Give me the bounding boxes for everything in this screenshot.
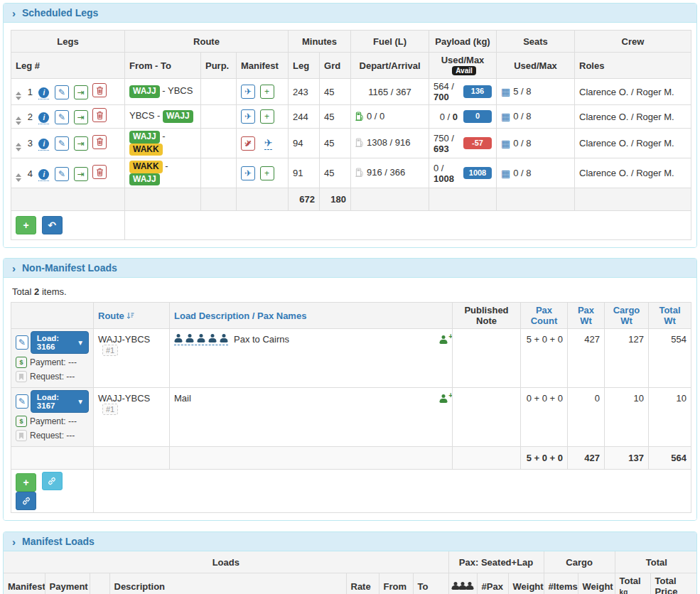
leg-number: 2	[28, 112, 33, 122]
insert-leg-button[interactable]: ⇥	[74, 136, 88, 151]
link-icon	[21, 496, 31, 506]
total-items-line: Total 2 items.	[12, 286, 689, 297]
delete-leg-button[interactable]	[92, 108, 107, 122]
panel-title: Manifest Loads	[22, 536, 95, 547]
insert-leg-button[interactable]: ⇥	[74, 110, 88, 124]
fuel-pump-icon	[355, 168, 364, 179]
add-manifest-button[interactable]: +	[260, 166, 274, 180]
slash-separator: /	[449, 133, 454, 144]
fuel-depart-arrival: 0 / 0	[367, 111, 384, 122]
col-header-pax-count[interactable]: Pax Count	[521, 303, 568, 329]
scheduled-legs-header[interactable]: › Scheduled Legs	[4, 4, 696, 23]
undo-button[interactable]: ↶	[42, 216, 63, 234]
col-header-pax-icons	[448, 573, 477, 594]
total-grd-minutes: 180	[330, 194, 346, 205]
airport-badge: WAJJ	[129, 131, 160, 144]
edit-leg-button[interactable]: ✎	[55, 167, 69, 181]
load-route: WAJJ-YBCS	[98, 393, 150, 404]
manifest-plane-link[interactable]: ✈	[264, 137, 273, 150]
link-load-button-dark[interactable]	[16, 492, 36, 510]
slash-separator: /	[445, 112, 453, 122]
col-header-load-description[interactable]: Load Description / Pax Names	[170, 303, 453, 329]
leg-info-icon[interactable]: i	[38, 138, 49, 151]
manifest-loads-panel: › Manifest Loads Loads Pax: Seated+Lap C…	[3, 531, 697, 594]
total-leg-minutes: 672	[299, 194, 315, 205]
col-header-cargo-wt[interactable]: Cargo Wt	[605, 303, 649, 329]
edit-load-button[interactable]: ✎	[16, 335, 28, 350]
grd-minutes: 45	[320, 158, 351, 188]
add-pax-icon[interactable]: +	[439, 335, 448, 346]
col-header-edit	[90, 573, 109, 594]
airport-badge: WAKK	[129, 161, 163, 173]
non-manifest-loads-header[interactable]: › Non-Manifest Loads	[4, 259, 696, 278]
delete-leg-button[interactable]	[92, 165, 107, 179]
load-dropdown-button[interactable]: Load: 3167▾	[31, 390, 89, 413]
airport-badge: WAJJ	[163, 110, 193, 123]
manifest-plane-button[interactable]: ✈	[241, 85, 255, 99]
route-separator: -	[163, 161, 168, 171]
total-wt-value: 554	[649, 329, 691, 388]
leg-minutes: 94	[289, 129, 320, 158]
col-header-total-price: Total Price	[650, 573, 697, 594]
add-load-button[interactable]: +	[16, 473, 36, 492]
purpose-cell	[201, 158, 237, 188]
leg-info-icon[interactable]: i	[38, 168, 49, 181]
reorder-handle[interactable]	[16, 92, 21, 100]
avail-weight-badge: 1008	[463, 167, 492, 179]
edit-leg-button[interactable]: ✎	[55, 110, 69, 124]
load-dropdown-button[interactable]: Load: 3166▾	[31, 331, 89, 354]
legs-totals-row: 672 180	[11, 188, 691, 211]
leg-info-icon[interactable]: i	[38, 112, 49, 124]
add-manifest-button[interactable]: +	[260, 109, 274, 124]
pax-count-value: 5 + 0 + 0	[521, 329, 568, 388]
request-label: Request: ---	[30, 431, 75, 441]
add-manifest-button[interactable]: +	[260, 85, 274, 99]
col-header-total-wt[interactable]: Total Wt	[649, 303, 691, 329]
purpose-cell	[201, 79, 237, 105]
insert-leg-button[interactable]: ⇥	[74, 167, 88, 181]
col-header-payload-used-max: Used/Max	[441, 55, 485, 65]
total-items-count: 2	[34, 286, 39, 297]
pax-icons-link[interactable]	[174, 334, 228, 345]
add-leg-button[interactable]: +	[16, 216, 36, 234]
add-pax-icon[interactable]: +	[439, 394, 448, 405]
seat-map-icon[interactable]: ▦	[501, 86, 510, 97]
col-header-roles: Roles	[575, 53, 691, 79]
delete-leg-button[interactable]	[92, 135, 107, 149]
fuel-pump-icon	[355, 112, 364, 123]
edit-leg-button[interactable]: ✎	[55, 85, 69, 99]
panel-title: Non-Manifest Loads	[22, 262, 117, 274]
request-icon	[16, 430, 27, 441]
leg-info-icon[interactable]: i	[38, 87, 49, 99]
seat-map-icon[interactable]: ▦	[501, 168, 510, 179]
reorder-handle[interactable]	[16, 117, 21, 125]
chevron-right-icon: ›	[12, 8, 16, 18]
edit-load-button[interactable]: ✎	[16, 394, 28, 409]
group-header-seats: Seats	[497, 31, 575, 53]
col-header-route-sort[interactable]: Route	[94, 303, 170, 329]
seats-used-max: 0 / 8	[513, 168, 531, 178]
manifest-plane-button[interactable]: ✈	[241, 166, 255, 180]
reorder-handle[interactable]	[16, 173, 21, 182]
insert-leg-button[interactable]: ⇥	[74, 85, 88, 99]
seat-map-icon[interactable]: ▦	[501, 138, 510, 149]
payload-max: 700	[434, 92, 449, 102]
reorder-handle[interactable]	[16, 143, 21, 151]
delete-leg-button[interactable]	[92, 83, 107, 97]
payment-icon: $	[16, 416, 27, 427]
col-header-seats-used-max: Used/Max	[497, 53, 575, 79]
col-header-rate: Rate	[346, 573, 379, 594]
avail-weight-badge: 0	[463, 110, 492, 122]
manifest-loads-header[interactable]: › Manifest Loads	[4, 532, 696, 551]
no-manifest-icon[interactable]: ✈	[241, 136, 255, 151]
airport-code: YBCS	[168, 85, 193, 96]
col-header-pax-wt[interactable]: Pax Wt	[568, 303, 605, 329]
avail-weight-badge: 136	[463, 85, 492, 97]
manifest-plane-button[interactable]: ✈	[241, 109, 255, 124]
purpose-cell	[201, 129, 237, 158]
non-manifest-loads-panel: › Non-Manifest Loads Total 2 items. Rout…	[3, 258, 697, 521]
edit-leg-button[interactable]: ✎	[55, 136, 69, 151]
link-load-button-light[interactable]	[42, 472, 63, 490]
avail-weight-badge: -57	[463, 137, 492, 149]
seat-map-icon[interactable]: ▦	[501, 111, 510, 122]
